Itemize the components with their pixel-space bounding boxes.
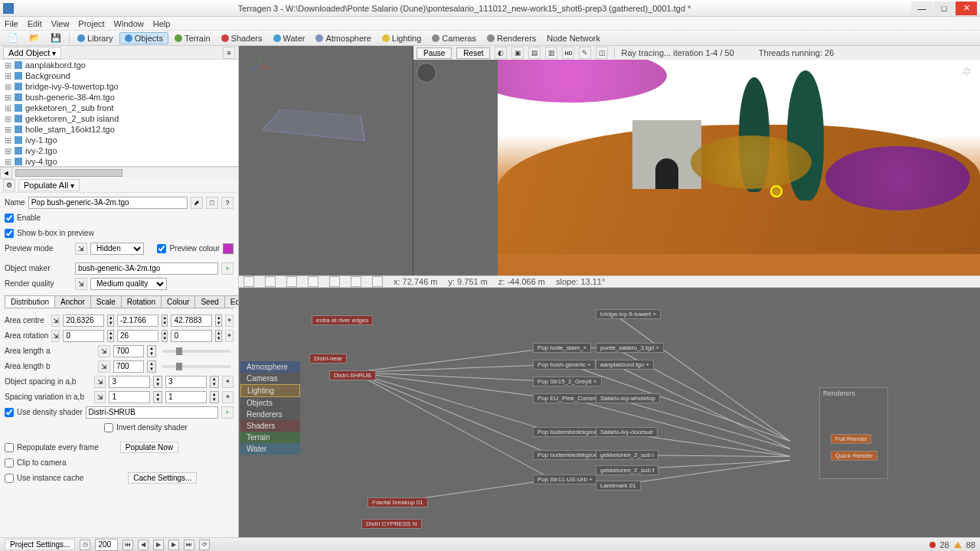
lighting-button[interactable]: Lighting [377, 32, 426, 44]
render-quality-select[interactable]: Medium quality [90, 278, 167, 290]
cb-icon3[interactable] [286, 276, 297, 287]
minimize-button[interactable]: — [911, 2, 933, 15]
r-icon4[interactable]: ▥ [545, 47, 557, 59]
cb-icon5[interactable] [329, 276, 340, 287]
cameras-button[interactable]: Cameras [427, 32, 481, 44]
node-network[interactable]: Atmosphere Cameras Lighting Objects Rend… [239, 288, 980, 537]
tab-distribution[interactable]: Distribution [5, 295, 55, 308]
r-icon6[interactable]: ◫ [596, 47, 608, 59]
tree-item[interactable]: ⊞gekketoren_2_sub front [0, 103, 238, 113]
node[interactable]: Fractal breakup 01 [368, 497, 428, 507]
tree-item[interactable]: ⊞aanplakbord.tgo [0, 60, 238, 70]
legend-objects[interactable]: Objects [240, 397, 300, 409]
node[interactable]: ponte_salario_3.tgd + [596, 343, 664, 353]
node[interactable]: Distri-SHRUB [329, 370, 376, 380]
preview-mode-select[interactable]: Hidden [90, 243, 144, 255]
water-button[interactable]: Water [269, 32, 310, 44]
node[interactable]: Pop bush-generic + [533, 360, 596, 370]
legend-atmosphere[interactable]: Atmosphere [240, 361, 300, 373]
name-ext2-icon[interactable]: □ [206, 197, 218, 209]
node[interactable]: bridge-ivy-9-towert + [596, 309, 661, 319]
tab-seed[interactable]: Seed [194, 295, 224, 308]
preview-colour-checkbox[interactable] [157, 244, 166, 253]
renderers-group[interactable]: Renderers Full Render Quick Render [819, 387, 888, 479]
ac-z[interactable] [171, 315, 212, 327]
tree-item[interactable]: ⊞bridge-ivy-9-towertop.tgo [0, 81, 238, 92]
bbox-checkbox[interactable] [5, 229, 14, 238]
populate-now-button[interactable]: Populate Now [120, 442, 178, 453]
name-ext-icon[interactable]: ⬈ [191, 197, 203, 209]
render-viewport[interactable]: ✲ [413, 60, 980, 276]
node[interactable]: Landmark 01 [596, 481, 641, 491]
node[interactable]: Pop Str15_2_Grey8 + [533, 377, 602, 386]
menu-view[interactable]: View [51, 19, 70, 28]
tree-item[interactable]: ⊞Background [0, 70, 238, 81]
first-frame-icon[interactable]: ⏮ [122, 540, 133, 550]
r-icon2[interactable]: ▣ [511, 47, 524, 59]
populate-all-button[interactable]: Populate All ▾ [18, 179, 80, 191]
objects-button[interactable]: Objects [119, 32, 168, 44]
hd-icon[interactable]: HD [562, 47, 574, 59]
pause-button[interactable]: Pause [416, 47, 452, 59]
maximize-button[interactable]: □ [933, 2, 955, 15]
menu-file[interactable]: File [5, 19, 18, 28]
node-quick[interactable]: Quick Render [831, 451, 877, 461]
node[interactable]: aanplakbord.tgo + [596, 360, 654, 370]
tree-item[interactable]: ⊞ivy-1.tgo [0, 135, 238, 145]
legend-cameras[interactable]: Cameras [240, 373, 300, 384]
help-icon[interactable]: ? [221, 197, 234, 209]
project-settings-button[interactable]: Project Settings... [5, 539, 75, 550]
density-checkbox[interactable] [5, 408, 14, 417]
cb-icon2[interactable] [265, 276, 276, 287]
tab-rotation[interactable]: Rotation [121, 295, 162, 308]
tree-item[interactable]: ⊞gekketoren_2_sub island [0, 113, 238, 124]
node[interactable]: Pop bodembedekgroei [533, 427, 604, 437]
viewport-gear-icon[interactable]: ✲ [962, 64, 975, 78]
tab-anchor[interactable]: Anchor [54, 295, 91, 308]
ac-pick-icon[interactable]: ⌖ [225, 315, 234, 327]
rq-slider-icon[interactable]: ⇲ [75, 278, 87, 290]
last-frame-icon[interactable]: ⏭ [184, 540, 194, 550]
use-cache-checkbox[interactable] [5, 474, 14, 483]
legend-renderers[interactable]: Renderers [240, 409, 300, 420]
node[interactable]: Pop bodembedekgroei [533, 450, 604, 460]
anim-icon[interactable]: ⟳ [199, 540, 210, 550]
node[interactable]: Salario-ivy-doorsue [596, 427, 658, 437]
r-icon3[interactable]: ▤ [528, 47, 541, 59]
preview-slider-icon[interactable]: ⇲ [75, 243, 87, 255]
name-field[interactable] [28, 197, 188, 209]
node[interactable]: gekketoren_2_sub f [596, 465, 658, 475]
error-icon[interactable] [929, 542, 936, 548]
ar-z[interactable] [171, 330, 212, 342]
legend-shaders[interactable]: Shaders [240, 420, 300, 432]
prev-frame-icon[interactable]: ◀ [138, 540, 149, 550]
menu-edit[interactable]: Edit [28, 19, 42, 28]
add-object-button[interactable]: Add Object ▾ [3, 47, 61, 59]
sv-a[interactable] [109, 391, 150, 403]
menu-help[interactable]: Help [153, 19, 171, 28]
tree-item[interactable]: ⊞holle_stam_16okt12.tgo [0, 124, 238, 135]
close-button[interactable]: ✕ [956, 2, 977, 15]
3d-preview[interactable] [239, 46, 413, 276]
node[interactable]: Distri-near [309, 354, 347, 364]
tree-item[interactable]: ⊞bush-generic-38-4m.tgo [0, 92, 238, 103]
cb-icon4[interactable] [308, 276, 318, 287]
repopulate-checkbox[interactable] [5, 443, 14, 452]
node[interactable]: Salario-ivy-wholetop [596, 393, 660, 403]
tree-item[interactable]: ⊞ivy-4.tgo [0, 156, 238, 167]
r-icon1[interactable]: ◐ [495, 47, 507, 59]
density-field[interactable] [86, 406, 218, 419]
menu-window[interactable]: Window [114, 19, 144, 28]
os-b[interactable] [165, 376, 207, 388]
tree-item[interactable]: ⊞ivy-2.tgo [0, 145, 238, 156]
node[interactable]: Pop holle_stam_+ [533, 343, 591, 353]
objmaker-add-icon[interactable]: + [221, 262, 234, 275]
tab-scale[interactable]: Scale [90, 295, 122, 308]
colour-swatch[interactable] [223, 243, 234, 254]
play-icon[interactable]: ▶ [153, 540, 164, 550]
sv-b[interactable] [165, 391, 207, 403]
clock-icon[interactable]: ◷ [80, 540, 90, 550]
legend-terrain[interactable]: Terrain [240, 432, 300, 443]
node-render[interactable]: Full Render [831, 434, 871, 444]
clip-camera-checkbox[interactable] [5, 458, 14, 468]
